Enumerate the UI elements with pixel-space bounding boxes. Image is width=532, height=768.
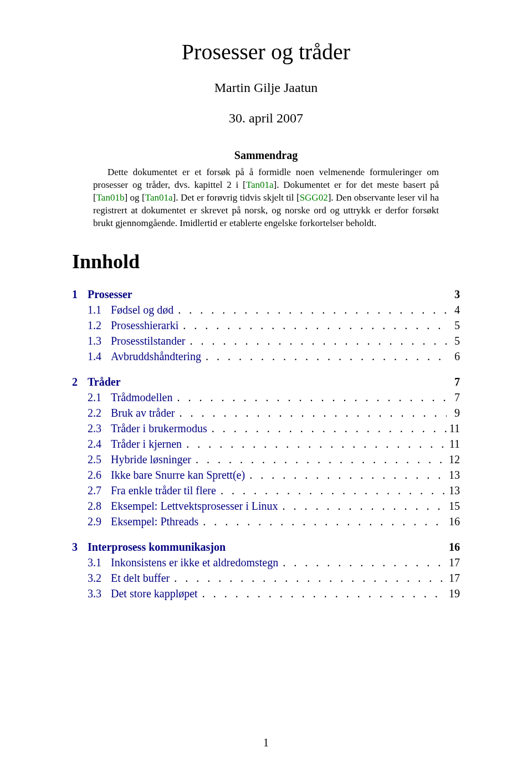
citation[interactable]: Tan01b [96,192,125,203]
document-date: 30. april 2007 [72,111,460,126]
toc-subsection[interactable]: 2.6Ikke bare Snurre kan Sprett(e). . . .… [88,467,460,483]
toc-subsection-label: Eksempel: Lettvektsprosesser i Linux [111,498,278,514]
toc-section-number: 1 [72,286,88,302]
toc-subsection-label: Bruk av tråder [111,405,175,421]
toc-subsection-page: 9 [447,405,460,421]
toc-subsection-label: Trådmodellen [111,390,172,405]
toc-subsection-page: 12 [447,452,460,467]
toc-leader-dots: . . . . . . . . . . . . . . . . . . . . … [173,302,447,318]
toc-subsection-label: Eksempel: Pthreads [111,514,198,529]
toc-leader-dots: . . . . . . . . . . . . . . . . . . . . … [201,349,447,364]
toc-section-number: 3 [72,539,88,555]
toc-subsection-page: 7 [447,390,460,405]
toc-subsection-number: 2.9 [88,514,111,529]
toc-section[interactable]: 2Tråder7 [72,374,460,390]
toc-subsection[interactable]: 2.4Tråder i kjernen. . . . . . . . . . .… [88,436,460,452]
toc-section-label: Tråder [88,374,121,390]
toc-subsection-page: 16 [447,514,460,529]
toc-subsection-number: 2.8 [88,498,111,514]
toc-section-page: 3 [450,286,460,302]
toc-subsection-number: 2.6 [88,467,111,483]
toc-leader-dots: . . . . . . . . . . . . . . . . . . . . … [182,436,447,452]
toc-section-page: 7 [450,374,460,390]
toc-subsection-label: Inkonsistens er ikke et aldredomstegn [111,555,278,570]
toc-subsection-page: 11 [447,421,460,436]
citation[interactable]: Tan01a [246,180,274,190]
toc-subsection[interactable]: 1.2Prosesshierarki. . . . . . . . . . . … [88,318,460,333]
toc-subsection[interactable]: 2.1Trådmodellen. . . . . . . . . . . . .… [88,390,460,405]
toc-subsection-label: Det store kappløpet [111,586,198,601]
abstract-header: Sammendrag [72,149,460,162]
toc-subsection-page: 5 [447,333,460,349]
toc-subsection-label: Prosesstilstander [111,333,185,349]
toc-subsection-page: 11 [447,436,460,452]
abstract: Dette dokumentet er et forsøk på å formi… [93,166,439,230]
toc-leader-dots: . . . . . . . . . . . . . . . . . . . . … [185,333,447,349]
toc-subsection-label: Hybride løsninger [111,452,191,467]
toc: 1Prosesser31.1Fødsel og død. . . . . . .… [72,286,460,601]
toc-section-number: 2 [72,374,88,390]
citation[interactable]: Tan01a [145,192,173,203]
toc-leader-dots: . . . . . . . . . . . . . . . . . . . . … [198,586,447,601]
toc-subsection-page: 15 [447,498,460,514]
toc-subsection[interactable]: 2.3Tråder i brukermodus. . . . . . . . .… [88,421,460,436]
toc-leader-dots: . . . . . . . . . . . . . . . . . . . . … [216,483,447,498]
toc-section[interactable]: 1Prosesser3 [72,286,460,302]
toc-subsection-page: 13 [447,467,460,483]
toc-leader-dots: . . . . . . . . . . . . . . . . . . . . … [278,498,447,514]
toc-subsection-label: Fødsel og død [111,302,173,318]
toc-subsection[interactable]: 3.2Et delt buffer. . . . . . . . . . . .… [88,570,460,586]
toc-subsection-label: Tråder i brukermodus [111,421,207,436]
toc-subsection-number: 3.2 [88,570,111,586]
toc-subsection-page: 6 [447,349,460,364]
toc-subsection-number: 2.2 [88,405,111,421]
citation[interactable]: SGG02 [300,192,328,203]
toc-subsection[interactable]: 1.3Prosesstilstander. . . . . . . . . . … [88,333,460,349]
toc-leader-dots: . . . . . . . . . . . . . . . . . . . . … [172,390,447,405]
toc-subsection[interactable]: 1.1Fødsel og død. . . . . . . . . . . . … [88,302,460,318]
toc-subsection-number: 3.1 [88,555,111,570]
toc-subsection-number: 2.1 [88,390,111,405]
page-number: 1 [0,736,532,749]
toc-section[interactable]: 3Interprosess kommunikasjon16 [72,539,460,555]
toc-subsection-page: 4 [447,302,460,318]
toc-section-page: 16 [444,539,460,555]
toc-subsection-number: 1.2 [88,318,111,333]
toc-subsection[interactable]: 2.5Hybride løsninger. . . . . . . . . . … [88,452,460,467]
page: Prosesser og tråder Martin Gilje Jaatun … [0,0,532,768]
toc-subsection-number: 2.4 [88,436,111,452]
abstract-text: ] og [ [124,192,145,203]
toc-leader-dots: . . . . . . . . . . . . . . . . . . . . … [207,421,447,436]
toc-subsection-number: 2.3 [88,421,111,436]
toc-subsection-number: 1.4 [88,349,111,364]
toc-subsection[interactable]: 1.4Avbruddshåndtering. . . . . . . . . .… [88,349,460,364]
toc-leader-dots: . . . . . . . . . . . . . . . . . . . . … [198,514,447,529]
toc-subsection[interactable]: 2.9Eksempel: Pthreads. . . . . . . . . .… [88,514,460,529]
toc-subsection-number: 1.3 [88,333,111,349]
toc-subsection[interactable]: 3.3Det store kappløpet. . . . . . . . . … [88,586,460,601]
toc-leader-dots: . . . . . . . . . . . . . . . . . . . . … [245,467,447,483]
toc-subsection-page: 19 [447,586,460,601]
document-title: Prosesser og tråder [72,39,460,65]
toc-leader-dots: . . . . . . . . . . . . . . . . . . . . … [178,318,447,333]
toc-title: Innhold [72,250,460,273]
toc-subsection[interactable]: 2.8Eksempel: Lettvektsprosesser i Linux.… [88,498,460,514]
toc-leader-dots: . . . . . . . . . . . . . . . . . . . . … [170,570,447,586]
toc-subsection-label: Avbruddshåndtering [111,349,201,364]
toc-subsection-number: 1.1 [88,302,111,318]
abstract-text: ]. [328,192,334,203]
toc-subsection-page: 5 [447,318,460,333]
toc-subsection-page: 17 [447,555,460,570]
toc-subsection-page: 17 [447,570,460,586]
toc-leader-dots: . . . . . . . . . . . . . . . . . . . . … [191,452,447,467]
toc-subsection[interactable]: 2.7Fra enkle tråder til flere. . . . . .… [88,483,460,498]
toc-subsection-label: Et delt buffer [111,570,170,586]
toc-subsection[interactable]: 2.2Bruk av tråder. . . . . . . . . . . .… [88,405,460,421]
toc-subsection-page: 13 [447,483,460,498]
toc-subsection[interactable]: 3.1Inkonsistens er ikke et aldredomstegn… [88,555,460,570]
toc-subsection-label: Tråder i kjernen [111,436,182,452]
toc-leader-dots: . . . . . . . . . . . . . . . . . . . . … [278,555,447,570]
toc-subsection-number: 2.5 [88,452,111,467]
toc-leader-dots: . . . . . . . . . . . . . . . . . . . . … [175,405,447,421]
abstract-text: ]. Det er forøvrig tidvis skjelt til [ [173,192,300,203]
